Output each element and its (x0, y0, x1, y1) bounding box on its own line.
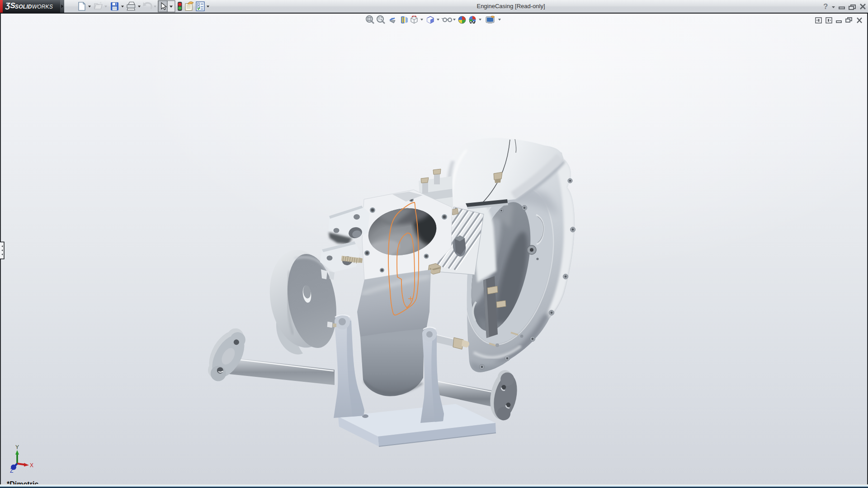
svg-text:Y: Y (15, 444, 19, 450)
svg-text:X: X (30, 462, 33, 469)
svg-text:?: ? (823, 2, 828, 11)
svg-text:Z: Z (10, 468, 13, 474)
